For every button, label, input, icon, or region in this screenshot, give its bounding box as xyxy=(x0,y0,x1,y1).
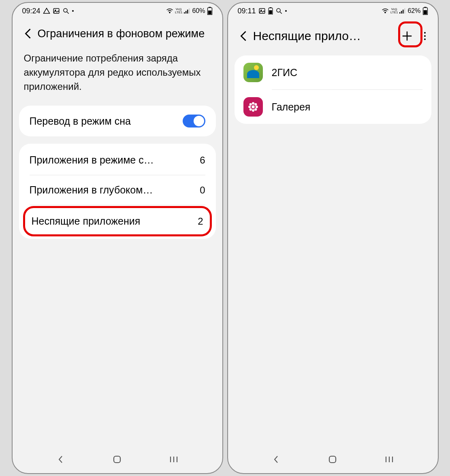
svg-rect-7 xyxy=(186,11,186,13)
row-label: Приложения в глубоком… xyxy=(30,184,194,196)
app-icon-gallery xyxy=(243,97,263,117)
image-icon xyxy=(53,7,60,15)
svg-line-23 xyxy=(280,12,282,14)
svg-rect-26 xyxy=(401,11,402,13)
row-count: 2 xyxy=(198,216,203,227)
svg-rect-6 xyxy=(184,12,185,13)
drive-icon xyxy=(43,7,50,15)
svg-point-3 xyxy=(64,8,67,12)
page-header: Неспящие прило… xyxy=(228,19,438,54)
svg-rect-31 xyxy=(423,10,427,14)
svg-point-45 xyxy=(254,108,257,110)
volte-icon: Vo))LTE1 xyxy=(390,8,398,14)
nav-bar xyxy=(13,449,222,473)
sleep-mode-label: Перевод в режим сна xyxy=(30,115,183,127)
svg-rect-9 xyxy=(189,8,190,14)
status-bar: 09:11 Vo))LTE1 62% xyxy=(228,3,438,19)
image-icon xyxy=(258,7,266,15)
page-description: Ограничение потребления заряда аккумулят… xyxy=(13,49,222,103)
wifi-icon xyxy=(382,8,389,14)
svg-point-39 xyxy=(252,109,254,112)
more-options-button[interactable] xyxy=(420,26,430,47)
nav-recents-button[interactable] xyxy=(381,451,397,468)
battery-small-icon xyxy=(268,7,273,15)
battery-icon xyxy=(422,7,428,15)
app-row-2gis[interactable]: 2ГИС xyxy=(235,55,431,89)
search-icon xyxy=(62,7,70,15)
nav-bar xyxy=(228,449,438,473)
never-sleeping-apps-row[interactable]: Неспящие приложения 2 xyxy=(23,206,212,236)
svg-point-22 xyxy=(277,8,280,12)
nav-recents-button[interactable] xyxy=(166,451,182,468)
svg-point-24 xyxy=(385,12,386,13)
battery-percent: 62% xyxy=(407,7,420,15)
app-label: 2ГИС xyxy=(272,67,297,79)
svg-rect-46 xyxy=(329,456,336,463)
svg-rect-28 xyxy=(404,8,405,14)
phone-screen-left: 09:24 Vo))LTE1 60% xyxy=(12,2,223,474)
svg-point-5 xyxy=(169,12,170,13)
svg-point-42 xyxy=(249,103,252,106)
back-button[interactable] xyxy=(21,26,35,42)
row-label: Приложения в режиме с… xyxy=(30,154,194,166)
page-title: Неспящие прило… xyxy=(253,29,394,43)
svg-rect-25 xyxy=(399,12,400,13)
svg-rect-21 xyxy=(269,10,272,14)
signal-icon xyxy=(399,8,406,14)
signal-icon xyxy=(184,8,190,14)
status-bar: 09:24 Vo))LTE1 60% xyxy=(13,3,222,19)
svg-point-35 xyxy=(424,35,426,37)
svg-rect-27 xyxy=(403,10,403,14)
app-row-gallery[interactable]: Галерея xyxy=(235,90,431,124)
sleep-mode-row[interactable]: Перевод в режим сна xyxy=(19,106,216,136)
apps-list-card: Приложения в режиме с… 6 Приложения в гл… xyxy=(19,144,216,239)
page-title: Ограничения в фоновом режиме xyxy=(38,28,214,40)
row-count: 0 xyxy=(200,185,205,196)
svg-point-36 xyxy=(424,38,426,40)
svg-rect-8 xyxy=(187,10,188,14)
svg-marker-0 xyxy=(43,8,49,13)
back-button[interactable] xyxy=(236,28,251,44)
sleep-mode-card: Перевод в режим сна xyxy=(19,106,216,136)
app-icon-2gis xyxy=(243,63,263,82)
battery-percent: 60% xyxy=(192,7,205,15)
more-dot-icon xyxy=(72,10,74,12)
app-label: Галерея xyxy=(272,101,311,113)
status-time: 09:11 xyxy=(238,7,256,15)
phone-screen-right: 09:11 Vo))LTE1 62% xyxy=(227,2,439,474)
svg-line-4 xyxy=(67,12,69,14)
nav-back-button[interactable] xyxy=(268,451,284,468)
divider xyxy=(30,205,205,205)
more-dot-icon xyxy=(285,10,287,12)
wifi-icon xyxy=(166,8,173,14)
svg-rect-13 xyxy=(114,456,120,463)
status-time: 09:24 xyxy=(22,7,41,15)
add-button[interactable] xyxy=(397,26,418,47)
svg-point-38 xyxy=(252,102,254,104)
svg-point-34 xyxy=(424,32,426,34)
sleep-mode-toggle[interactable] xyxy=(183,115,205,128)
svg-point-41 xyxy=(255,106,258,108)
deep-sleeping-apps-row[interactable]: Приложения в глубоком… 0 xyxy=(19,175,216,205)
row-count: 6 xyxy=(200,155,205,166)
page-header: Ограничения в фоновом режиме xyxy=(13,19,222,49)
sleeping-apps-row[interactable]: Приложения в режиме с… 6 xyxy=(19,145,216,175)
nav-home-button[interactable] xyxy=(324,451,341,468)
svg-point-43 xyxy=(254,103,257,106)
nav-back-button[interactable] xyxy=(53,451,69,468)
search-icon xyxy=(275,7,283,15)
never-sleeping-apps-list: 2ГИС Галерея xyxy=(235,55,431,124)
volte-icon: Vo))LTE1 xyxy=(175,8,183,14)
svg-rect-12 xyxy=(208,11,211,15)
svg-point-44 xyxy=(249,108,252,110)
svg-point-37 xyxy=(252,105,255,108)
row-label: Неспящие приложения xyxy=(32,215,192,227)
battery-icon xyxy=(207,7,213,15)
svg-point-40 xyxy=(248,106,251,108)
nav-home-button[interactable] xyxy=(109,451,125,468)
